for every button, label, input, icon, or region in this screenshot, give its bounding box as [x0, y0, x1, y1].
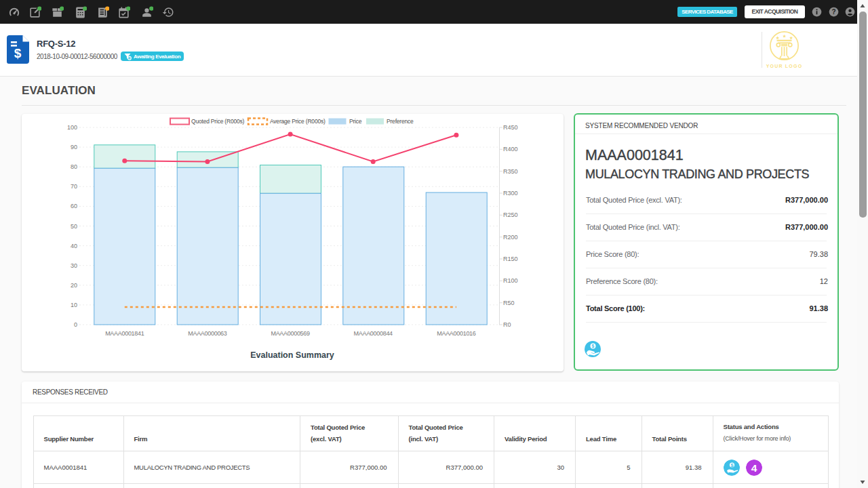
svg-text:MAAA0001841: MAAA0001841 [105, 330, 144, 337]
svg-text:YOUR LOGO: YOUR LOGO [766, 64, 803, 68]
svg-text:30: 30 [71, 262, 77, 269]
svg-text:$: $ [592, 344, 595, 349]
svg-text:50: 50 [71, 223, 77, 230]
svg-text:Quoted Price (R000s): Quoted Price (R000s) [191, 118, 245, 125]
svg-text:40: 40 [71, 243, 77, 249]
svg-text:4: 4 [751, 462, 757, 473]
svg-text:R300: R300 [503, 190, 518, 197]
svg-text:R200: R200 [503, 234, 518, 241]
svg-text:70: 70 [71, 183, 77, 190]
svg-text:20: 20 [71, 282, 77, 289]
svg-text:Price: Price [349, 118, 362, 125]
svg-text:R400: R400 [503, 146, 518, 152]
svg-text:Average Price (R000s): Average Price (R000s) [270, 118, 326, 125]
svg-text:?: ? [831, 8, 835, 16]
svg-text:MAAA0000063: MAAA0000063 [188, 330, 227, 337]
svg-text:$: $ [14, 46, 22, 60]
svg-text:10: 10 [71, 302, 77, 308]
svg-text:R250: R250 [503, 211, 518, 218]
svg-text:R0: R0 [503, 321, 511, 328]
svg-text:60: 60 [71, 203, 77, 209]
svg-text:MAAA0000844: MAAA0000844 [354, 330, 393, 337]
svg-text:R150: R150 [503, 256, 518, 262]
svg-text:0: 0 [74, 321, 77, 328]
svg-text:100: 100 [67, 124, 77, 131]
svg-text:MAAA0000569: MAAA0000569 [271, 330, 310, 337]
svg-text:R350: R350 [503, 168, 518, 175]
svg-text:R100: R100 [503, 277, 518, 284]
svg-text:Preference: Preference [387, 118, 414, 125]
svg-text:Evaluation Summary: Evaluation Summary [250, 350, 334, 360]
svg-text:R450: R450 [503, 124, 518, 131]
svg-text:R50: R50 [503, 300, 515, 306]
svg-text:MAAA0001016: MAAA0001016 [437, 330, 476, 337]
svg-text:80: 80 [71, 163, 77, 170]
svg-text:90: 90 [71, 144, 77, 150]
